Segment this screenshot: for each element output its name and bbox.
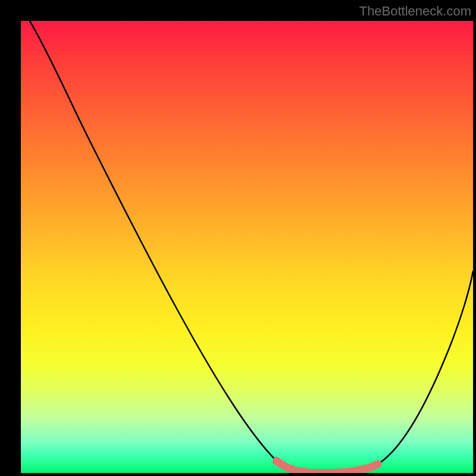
chart-svg	[21, 21, 473, 473]
chart-container: TheBottleneck.com	[0, 0, 476, 476]
plot-area	[21, 21, 473, 473]
watermark-text: TheBottleneck.com	[359, 4, 471, 19]
bottleneck-curve-line	[30, 21, 473, 473]
optimal-zone-line	[277, 461, 378, 473]
